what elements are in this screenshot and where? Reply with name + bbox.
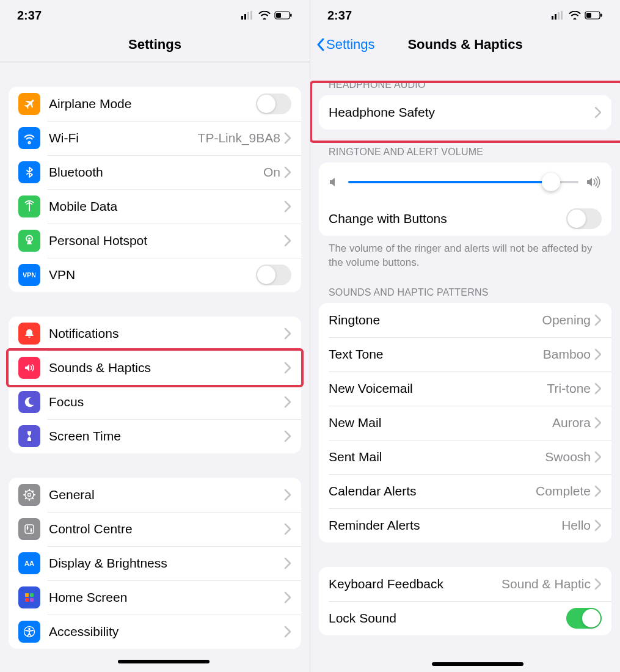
svg-rect-22: [552, 16, 553, 20]
headphonesafety-label: Headphone Safety: [329, 105, 594, 120]
general-icon: [18, 484, 40, 506]
settings-group-1: NotificationsSounds & HapticsFocusScreen…: [9, 316, 301, 453]
bluetooth-value: On: [263, 165, 280, 180]
svg-rect-12: [25, 525, 34, 533]
row-notifications[interactable]: Notifications: [9, 316, 301, 351]
row-vpn[interactable]: VPNVPN: [9, 258, 301, 292]
row-keyboardfeedback[interactable]: Keyboard FeedbackSound & Haptic: [319, 567, 611, 601]
row-reminderalerts[interactable]: Reminder AlertsHello: [319, 508, 611, 542]
section-group-2: RingtoneOpeningText ToneBambooNew Voicem…: [319, 303, 611, 542]
wifi-icon: [569, 11, 581, 20]
row-texttone[interactable]: Text ToneBamboo: [319, 337, 611, 371]
row-general[interactable]: General: [9, 478, 301, 512]
newvoicemail-value: Tri-tone: [547, 381, 591, 396]
focus-icon: [18, 391, 40, 413]
hotspot-icon: [18, 230, 40, 252]
settings-group-0: Airplane ModeWi-FiTP-Link_9BA8BluetoothO…: [9, 87, 301, 292]
speaker-low-icon: [329, 177, 341, 188]
svg-rect-27: [586, 13, 591, 18]
svg-rect-7: [29, 206, 30, 211]
wifi-icon: [258, 11, 271, 20]
row-homescreen[interactable]: Home Screen: [9, 580, 301, 615]
page-title: Settings: [0, 37, 310, 53]
home-indicator[interactable]: [432, 662, 523, 666]
accessibility-icon: [18, 621, 40, 643]
vpn-label: VPN: [49, 268, 256, 282]
row-changewithbuttons[interactable]: Change with Buttons: [319, 202, 611, 236]
row-calendaralerts[interactable]: Calendar AlertsComplete: [319, 474, 611, 508]
cellular-icon: [552, 11, 565, 20]
row-locksound[interactable]: Lock Sound: [319, 601, 611, 635]
status-bar: 2:37: [0, 0, 310, 27]
back-button[interactable]: Settings: [310, 37, 375, 53]
row-mobiledata[interactable]: Mobile Data: [9, 189, 301, 224]
airplane-toggle[interactable]: [256, 93, 291, 114]
row-newvoicemail[interactable]: New VoicemailTri-tone: [319, 371, 611, 406]
svg-rect-18: [25, 598, 29, 602]
bluetooth-label: Bluetooth: [49, 165, 263, 180]
row-sounds[interactable]: Sounds & Haptics: [9, 351, 301, 385]
notifications-icon: [18, 323, 40, 345]
changewithbuttons-label: Change with Buttons: [329, 211, 566, 226]
settings-group-2: GeneralControl CentreAADisplay & Brightn…: [9, 478, 301, 649]
svg-rect-0: [241, 16, 243, 20]
changewithbuttons-toggle[interactable]: [566, 208, 602, 229]
svg-rect-17: [30, 593, 34, 597]
newmail-label: New Mail: [329, 415, 552, 430]
screentime-icon: [18, 425, 40, 447]
row-screentime[interactable]: Screen Time: [9, 419, 301, 453]
texttone-label: Text Tone: [329, 347, 543, 362]
keyboardfeedback-label: Keyboard Feedback: [329, 577, 501, 591]
row-bluetooth[interactable]: BluetoothOn: [9, 155, 301, 189]
reminderalerts-value: Hello: [561, 518, 591, 533]
section-footer-1: The volume of the ringer and alerts will…: [319, 236, 611, 270]
display-icon: AA: [18, 552, 40, 574]
wifi-value: TP-Link_9BA8: [198, 131, 280, 145]
section-group-3: Keyboard FeedbackSound & HapticLock Soun…: [319, 567, 611, 635]
row-airplane[interactable]: Airplane Mode: [9, 87, 301, 121]
row-wifi[interactable]: Wi-FiTP-Link_9BA8: [9, 121, 301, 155]
back-label: Settings: [326, 37, 375, 53]
sounds-icon: [18, 357, 40, 379]
section-header-1: RINGTONE AND ALERT VOLUME: [319, 130, 611, 163]
controlcentre-icon: [18, 518, 40, 540]
bluetooth-icon: [18, 161, 40, 183]
settings-pane: 2:37 Settings Airplane ModeWi-FiTP-Link_…: [0, 0, 310, 672]
airplane-icon: [18, 93, 40, 115]
home-indicator[interactable]: [118, 660, 210, 663]
volume-slider[interactable]: [348, 181, 578, 183]
ringtone-label: Ringtone: [329, 313, 542, 327]
row-controlcentre[interactable]: Control Centre: [9, 512, 301, 546]
sentmail-label: Sent Mail: [329, 450, 545, 464]
svg-text:AA: AA: [24, 560, 34, 567]
texttone-value: Bamboo: [543, 347, 591, 362]
speaker-high-icon: [586, 176, 602, 188]
row-newmail[interactable]: New MailAurora: [319, 406, 611, 440]
vpn-toggle[interactable]: [256, 265, 291, 285]
status-time: 2:37: [327, 9, 352, 23]
svg-rect-1: [244, 14, 246, 20]
display-label: Display & Brightness: [49, 556, 284, 571]
row-accessibility[interactable]: Accessibility: [9, 615, 301, 649]
reminderalerts-label: Reminder Alerts: [329, 518, 561, 533]
general-label: General: [49, 488, 284, 502]
row-display[interactable]: AADisplay & Brightness: [9, 546, 301, 580]
calendaralerts-value: Complete: [536, 484, 591, 499]
newmail-value: Aurora: [552, 415, 591, 430]
row-focus[interactable]: Focus: [9, 385, 301, 419]
svg-rect-5: [276, 13, 281, 18]
locksound-toggle[interactable]: [566, 608, 602, 629]
row-sentmail[interactable]: Sent MailSwoosh: [319, 440, 611, 474]
mobiledata-icon: [18, 195, 40, 217]
svg-point-21: [28, 628, 31, 630]
row-headphonesafety[interactable]: Headphone Safety: [319, 95, 611, 130]
airplane-label: Airplane Mode: [49, 97, 256, 111]
chevron-left-icon: [316, 38, 325, 51]
row-hotspot[interactable]: Personal Hotspot: [9, 224, 301, 258]
section-header-2: SOUNDS AND HAPTIC PATTERNS: [319, 270, 611, 303]
row-ringtone[interactable]: RingtoneOpening: [319, 303, 611, 337]
status-icons: [241, 11, 293, 20]
svg-rect-2: [247, 12, 249, 20]
calendaralerts-label: Calendar Alerts: [329, 484, 536, 499]
controlcentre-label: Control Centre: [49, 522, 284, 536]
